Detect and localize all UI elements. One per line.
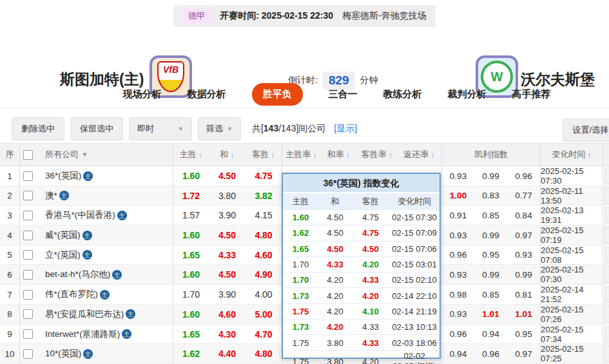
row-checkbox[interactable] [23, 349, 33, 359]
company-cell[interactable]: 易*(安提瓜和巴布达)主 [36, 305, 173, 324]
company-cell[interactable]: 立*(英国)主 [36, 245, 173, 265]
tab-data-analysis[interactable]: 数据分析 [188, 88, 226, 101]
kelly-home-cell: 0.98 [441, 285, 474, 304]
row-action-button-fragment[interactable] [604, 286, 609, 303]
settings-button[interactable]: 设置/选择 [563, 119, 609, 142]
tab-referee-analysis[interactable]: 裁判分析 [448, 88, 487, 101]
popup-home-odds: 1.70 [283, 260, 318, 269]
kelly-draw-cell: 0.99 [474, 166, 507, 186]
header-home-odds[interactable]: 主胜↑ [173, 144, 209, 166]
row-checkbox-cell [19, 325, 36, 344]
row-action-button-fragment[interactable] [604, 168, 609, 184]
sort-asc-icon: ↑ [346, 150, 351, 160]
company-cell[interactable]: 伟*(直布罗陀)主 [36, 285, 173, 304]
row-checkbox[interactable] [23, 250, 33, 260]
draw-odds-cell: 4.40 [209, 344, 246, 363]
delete-selected-button[interactable]: 删除选中 [12, 117, 64, 140]
row-index: 8 [0, 305, 19, 324]
header-return-rate[interactable]: 返还率↑ [397, 144, 441, 166]
company-cell[interactable]: 香港马*(中国香港)主 [36, 206, 173, 225]
main-company-icon: 主 [122, 329, 131, 339]
tab-live-analysis[interactable]: 现场分析 [123, 88, 162, 101]
home-odds-cell: 1.65 [173, 325, 209, 344]
sort-asc-icon: ↑ [230, 150, 235, 160]
home-odds-cell: 1.60 [173, 166, 209, 186]
change-time-cell: 2025-02-11 13:50 [540, 186, 603, 206]
row-checkbox[interactable] [23, 211, 33, 220]
row-checkbox[interactable] [23, 290, 33, 300]
company-cell[interactable]: 威*(英国)主 [36, 225, 173, 245]
row-checkbox[interactable] [23, 270, 33, 280]
company-cell[interactable]: bet-at-h*(马尔他)主 [36, 265, 173, 284]
row-action-button-fragment[interactable] [604, 326, 609, 343]
instant-odds-select[interactable]: 即时 ▼ [129, 117, 192, 140]
header-draw-odds[interactable]: 和↑ [209, 144, 246, 166]
header-away-rate[interactable]: 客胜率↑ [357, 144, 397, 166]
kelly-away-cell: 1.01 [507, 305, 540, 324]
row-action-stub[interactable] [603, 166, 609, 186]
tab-coach-analysis[interactable]: 教练分析 [383, 88, 422, 101]
row-action-button-fragment[interactable] [604, 207, 609, 224]
row-action-button-fragment[interactable] [604, 187, 609, 204]
popup-away-odds: 4.10 [352, 307, 389, 316]
popup-change-time: 02-14 22:10 [389, 291, 440, 301]
row-action-stub[interactable] [603, 285, 609, 304]
company-name: Interwet*(塞浦路斯) [45, 329, 120, 340]
row-checkbox[interactable] [23, 231, 33, 240]
row-checkbox[interactable] [23, 191, 33, 200]
popup-change-time: 02-03 18:06 [389, 338, 440, 348]
kelly-away-cell: 0.93 [507, 245, 540, 265]
row-checkbox[interactable] [23, 171, 33, 181]
header-actions-stub [603, 144, 609, 166]
row-action-stub[interactable] [603, 225, 609, 245]
popup-away-odds: 4.75 [352, 228, 389, 238]
popup-change-time: 02-13 10:13 [389, 322, 440, 332]
header-change-time[interactable]: 变化时间↑ [540, 144, 603, 166]
company-cell[interactable]: Interwet*(塞浦路斯)主 [36, 325, 173, 344]
header-away-odds[interactable]: 客胜↑ [246, 144, 282, 166]
popup-header-away: 客胜 [352, 196, 389, 207]
row-action-stub[interactable] [603, 206, 609, 225]
row-action-stub[interactable] [603, 245, 609, 265]
header-home-rate[interactable]: 主胜率↑ [282, 144, 320, 166]
row-action-stub[interactable] [603, 344, 609, 363]
company-cell[interactable]: 澳*主 [36, 186, 173, 206]
row-action-stub[interactable] [603, 305, 609, 324]
row-action-button-fragment[interactable] [604, 345, 609, 362]
company-cell[interactable]: 10*(英国)主 [36, 344, 173, 363]
row-action-button-fragment[interactable] [604, 247, 609, 263]
header-draw-rate[interactable]: 和率↑ [320, 144, 357, 166]
tab-three-in-one[interactable]: 三合一 [329, 88, 358, 101]
away-odds-cell: 4.75 [246, 166, 282, 186]
tab-expert-picks[interactable]: 高手推荐 [512, 88, 551, 101]
row-action-button-fragment[interactable] [604, 227, 609, 244]
row-action-stub[interactable] [603, 265, 609, 284]
header-company[interactable]: 所有公司▼ [36, 144, 173, 166]
popup-away-odds: 4.33 [352, 275, 389, 285]
row-action-button-fragment[interactable] [604, 266, 609, 283]
keep-selected-button[interactable]: 保留选中 [70, 117, 123, 140]
popup-change-time: 02-15 03:01 [389, 260, 440, 269]
kickoff-label: 开赛时间: [220, 10, 259, 21]
kelly-home-cell: 0.91 [441, 206, 474, 225]
row-action-stub[interactable] [603, 325, 609, 344]
row-checkbox[interactable] [23, 329, 33, 339]
tab-win-draw-lose[interactable]: 胜平负 [252, 83, 303, 106]
filter-select[interactable]: 筛选 ▼ [198, 117, 241, 140]
show-link[interactable]: [显示] [334, 123, 357, 135]
select-all-checkbox[interactable] [23, 150, 33, 160]
kelly-home-cell: 0.93 [441, 166, 474, 186]
row-checkbox-cell [19, 245, 36, 265]
popup-header-home: 主胜 [283, 196, 318, 207]
row-action-button-fragment[interactable] [604, 306, 609, 323]
kelly-away-cell: 0.97 [507, 225, 540, 245]
home-odds-cell: 1.60 [173, 265, 209, 284]
company-cell[interactable]: 36*(英国)主 [36, 166, 173, 186]
row-action-stub[interactable] [603, 186, 609, 206]
match-info-bar: 德甲 开赛时间: 2025-02-15 22:30 梅塞德斯-奔驰竞技场 [0, 5, 609, 27]
sort-asc-icon: ↑ [389, 150, 393, 160]
row-checkbox[interactable] [23, 309, 33, 319]
popup-home-odds: 1.62 [283, 228, 318, 238]
change-time-cell: 2025-02-15 07:30 [540, 166, 603, 186]
away-odds-cell: 4.90 [246, 265, 282, 284]
